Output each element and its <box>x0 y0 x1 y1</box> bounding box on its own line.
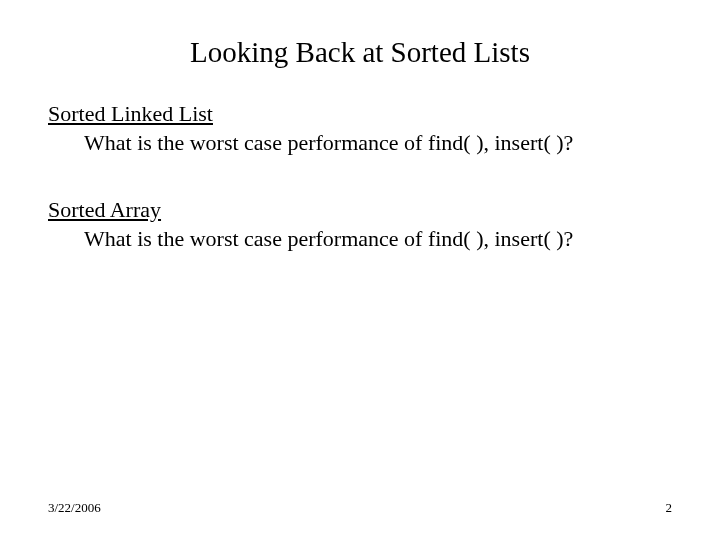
footer-date: 3/22/2006 <box>48 500 101 516</box>
section-linked-list: Sorted Linked List What is the worst cas… <box>48 101 672 157</box>
section-body-sorted-array: What is the worst case performance of fi… <box>84 225 672 253</box>
slide-title: Looking Back at Sorted Lists <box>48 36 672 69</box>
footer: 3/22/2006 2 <box>48 500 672 516</box>
section-body-linked-list: What is the worst case performance of fi… <box>84 129 672 157</box>
section-sorted-array: Sorted Array What is the worst case perf… <box>48 197 672 253</box>
section-heading-linked-list: Sorted Linked List <box>48 101 672 127</box>
footer-page-number: 2 <box>666 500 673 516</box>
section-heading-sorted-array: Sorted Array <box>48 197 672 223</box>
